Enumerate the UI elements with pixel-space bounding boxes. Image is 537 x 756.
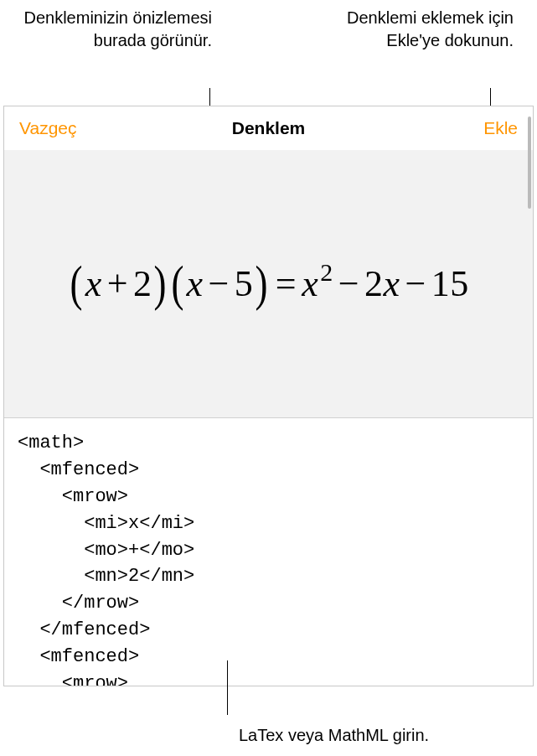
num-15: 15 — [431, 263, 469, 304]
num-5: 5 — [235, 263, 254, 304]
num-2: 2 — [133, 263, 152, 304]
callout-insert: Denklemi eklemek için Ekle'ye dokunun. — [304, 7, 514, 52]
minus-op-3: − — [405, 263, 426, 304]
callout-preview: Denkleminizin önizlemesi burada görünür. — [15, 7, 212, 52]
scrollbar-thumb[interactable] — [528, 117, 531, 209]
mathml-input[interactable]: <math> <mfenced> <mrow> <mi>x</mi> <mo>+… — [4, 418, 533, 686]
equals-op: = — [276, 263, 297, 304]
var-x-4: x — [383, 263, 400, 304]
insert-button[interactable]: Ekle — [483, 118, 518, 138]
exponent-2: 2 — [320, 258, 333, 286]
left-paren-1: ( — [70, 255, 83, 313]
dialog-header: Vazgeç Denklem Ekle — [4, 106, 533, 150]
dialog-title: Denklem — [232, 118, 306, 138]
equation-preview-area: (x+2)(x−5)=x2−2x−15 — [4, 150, 533, 418]
right-paren-2: ) — [256, 255, 268, 313]
right-paren-1: ) — [154, 255, 167, 313]
minus-op-1: − — [208, 263, 229, 304]
coef-2: 2 — [364, 263, 384, 304]
equation-dialog: Vazgeç Denklem Ekle (x+2)(x−5)=x2−2x−15 … — [3, 106, 534, 686]
callout-input: LaTex veya MathML girin. — [239, 726, 429, 745]
var-x-2: x — [186, 263, 203, 304]
var-x-3: x — [302, 263, 318, 304]
minus-op-2: − — [338, 263, 359, 304]
cancel-button[interactable]: Vazgeç — [19, 118, 77, 138]
var-x-1: x — [85, 263, 102, 304]
equation-preview: (x+2)(x−5)=x2−2x−15 — [68, 255, 469, 313]
callout-line-input — [227, 660, 228, 715]
plus-op-1: + — [107, 263, 128, 304]
left-paren-2: ( — [172, 255, 184, 313]
